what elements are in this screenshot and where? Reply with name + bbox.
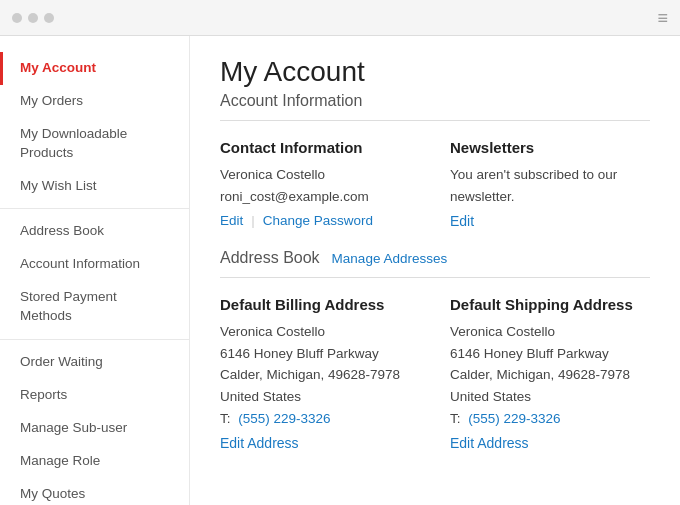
billing-name: Veronica Costello — [220, 321, 420, 343]
newsletter-description: You aren't subscribed to our newsletter. — [450, 164, 650, 207]
shipping-city-state-zip: Calder, Michigan, 49628-7978 — [450, 364, 650, 386]
billing-street: 6146 Honey Bluff Parkway — [220, 343, 420, 365]
sidebar-item-my-orders[interactable]: My Orders — [0, 85, 189, 118]
divider-2 — [220, 277, 650, 278]
contact-actions: Edit | Change Password — [220, 213, 420, 228]
address-row: Default Billing Address Veronica Costell… — [220, 296, 650, 451]
address-book-header: Address Book Manage Addresses — [220, 249, 650, 267]
sidebar-item-manage-role[interactable]: Manage Role — [0, 445, 189, 478]
billing-address-block: Default Billing Address Veronica Costell… — [220, 296, 420, 451]
change-password-link[interactable]: Change Password — [263, 213, 373, 228]
app-layout: My Account My Orders My Downloadable Pro… — [0, 36, 680, 505]
shipping-phone-link[interactable]: (555) 229-3326 — [468, 411, 560, 426]
shipping-edit-address-link[interactable]: Edit Address — [450, 435, 529, 451]
newsletters-block: Newsletters You aren't subscribed to our… — [450, 139, 650, 229]
sidebar-item-account-information[interactable]: Account Information — [0, 248, 189, 281]
dot-1 — [12, 13, 22, 23]
billing-city-state-zip: Calder, Michigan, 49628-7978 — [220, 364, 420, 386]
contact-newsletter-row: Contact Information Veronica Costello ro… — [220, 139, 650, 229]
contact-edit-link[interactable]: Edit — [220, 213, 243, 228]
manage-addresses-link[interactable]: Manage Addresses — [332, 251, 448, 266]
billing-phone-prefix: T: — [220, 411, 231, 426]
sidebar-item-reports[interactable]: Reports — [0, 379, 189, 412]
shipping-street: 6146 Honey Bluff Parkway — [450, 343, 650, 365]
section-title: Account Information — [220, 92, 650, 110]
dot-2 — [28, 13, 38, 23]
window-controls — [12, 13, 54, 23]
sidebar-item-address-book[interactable]: Address Book — [0, 215, 189, 248]
billing-phone: T: (555) 229-3326 — [220, 408, 420, 430]
contact-name: Veronica Costello — [220, 164, 420, 186]
sidebar-item-manage-sub-user[interactable]: Manage Sub-user — [0, 412, 189, 445]
sidebar-item-my-downloadable-products[interactable]: My Downloadable Products — [0, 118, 189, 170]
title-bar: ≡ — [0, 0, 680, 36]
contact-title: Contact Information — [220, 139, 420, 156]
shipping-name: Veronica Costello — [450, 321, 650, 343]
menu-icon[interactable]: ≡ — [657, 9, 668, 27]
sidebar-item-stored-payment-methods[interactable]: Stored Payment Methods — [0, 281, 189, 333]
sidebar-item-my-quotes[interactable]: My Quotes — [0, 478, 189, 505]
sidebar: My Account My Orders My Downloadable Pro… — [0, 36, 190, 505]
shipping-country: United States — [450, 386, 650, 408]
billing-phone-link[interactable]: (555) 229-3326 — [238, 411, 330, 426]
billing-title: Default Billing Address — [220, 296, 420, 313]
shipping-address-block: Default Shipping Address Veronica Costel… — [450, 296, 650, 451]
shipping-phone-prefix: T: — [450, 411, 461, 426]
newsletter-edit-link[interactable]: Edit — [450, 213, 474, 229]
page-title: My Account — [220, 56, 650, 88]
sidebar-item-order-waiting[interactable]: Order Waiting — [0, 346, 189, 379]
sidebar-group-account: My Account My Orders My Downloadable Pro… — [0, 46, 189, 209]
newsletters-title: Newsletters — [450, 139, 650, 156]
main-content: My Account Account Information Contact I… — [190, 36, 680, 505]
dot-3 — [44, 13, 54, 23]
address-book-title: Address Book — [220, 249, 320, 267]
sidebar-item-my-wish-list[interactable]: My Wish List — [0, 170, 189, 203]
billing-edit-address-link[interactable]: Edit Address — [220, 435, 299, 451]
sidebar-group-extra: Order Waiting Reports Manage Sub-user Ma… — [0, 340, 189, 505]
contact-info-block: Contact Information Veronica Costello ro… — [220, 139, 420, 229]
billing-country: United States — [220, 386, 420, 408]
shipping-title: Default Shipping Address — [450, 296, 650, 313]
sidebar-item-my-account[interactable]: My Account — [0, 52, 189, 85]
contact-email: roni_cost@example.com — [220, 186, 420, 208]
divider-1 — [220, 120, 650, 121]
sidebar-group-settings: Address Book Account Information Stored … — [0, 209, 189, 340]
contact-separator: | — [251, 213, 255, 228]
shipping-phone: T: (555) 229-3326 — [450, 408, 650, 430]
